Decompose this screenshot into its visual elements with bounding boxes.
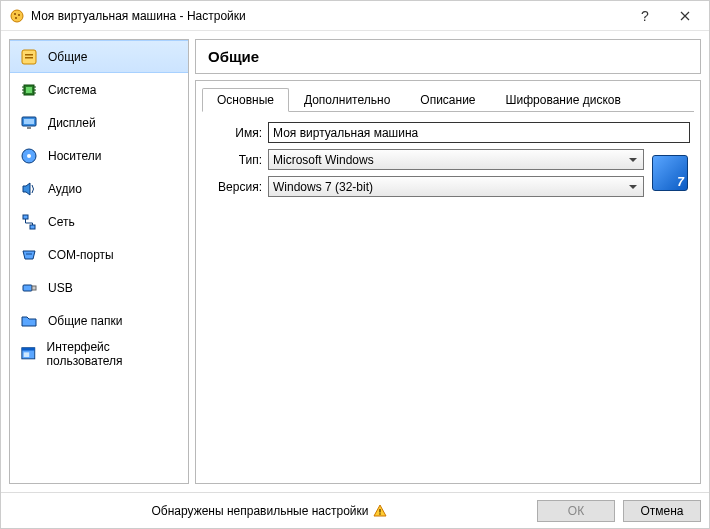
os-icon: 7 [652,155,688,191]
version-label: Версия: [206,180,262,194]
warning-icon [373,504,387,518]
svg-rect-25 [23,285,32,291]
cancel-button[interactable]: Отмена [623,500,701,522]
tab-basic[interactable]: Основные [202,88,289,112]
svg-point-24 [30,253,32,255]
chip-icon [20,81,38,99]
speaker-icon [20,180,38,198]
sidebar-item-system[interactable]: Система [10,73,188,106]
svg-rect-26 [32,286,36,290]
sidebar: Общие Система Дисплей Носители Аудио [9,39,189,484]
window-title: Моя виртуальная машина - Настройки [31,9,625,23]
version-select[interactable]: Windows 7 (32-bit) [268,176,644,197]
svg-rect-16 [24,119,34,124]
settings-body: Основные Дополнительно Описание Шифрован… [195,80,701,484]
sidebar-item-network[interactable]: Сеть [10,205,188,238]
sidebar-item-label: USB [48,281,73,295]
svg-rect-6 [25,57,33,59]
sidebar-item-display[interactable]: Дисплей [10,106,188,139]
svg-point-2 [18,14,20,16]
type-value: Microsoft Windows [273,153,374,167]
folder-icon [20,312,38,330]
main-panel: Общие Основные Дополнительно Описание Ши… [195,39,701,484]
sidebar-item-shared-folders[interactable]: Общие папки [10,304,188,337]
general-icon [20,48,38,66]
sidebar-item-label: Общие [48,50,87,64]
usb-icon [20,279,38,297]
general-form: Имя: Тип: Microsoft Windows 7 Версия: Wi… [202,122,694,197]
status-text: Обнаружены неправильные настройки [151,504,368,518]
titlebar: Моя виртуальная машина - Настройки ? [1,1,709,31]
sidebar-item-label: Дисплей [48,116,96,130]
sidebar-item-audio[interactable]: Аудио [10,172,188,205]
sidebar-item-storage[interactable]: Носители [10,139,188,172]
page-title: Общие [195,39,701,74]
svg-point-3 [15,17,17,19]
sidebar-item-serial[interactable]: COM-порты [10,238,188,271]
sidebar-item-label: COM-порты [48,248,114,262]
svg-rect-31 [379,513,380,514]
sidebar-item-label: Общие папки [48,314,122,328]
tab-encryption[interactable]: Шифрование дисков [491,88,636,112]
tab-description[interactable]: Описание [405,88,490,112]
serial-port-icon [20,246,38,264]
tabs: Основные Дополнительно Описание Шифрован… [202,87,694,112]
name-label: Имя: [206,126,262,140]
os-badge: 7 [677,175,684,189]
close-button[interactable] [665,2,705,30]
tab-advanced[interactable]: Дополнительно [289,88,405,112]
version-value: Windows 7 (32-bit) [273,180,373,194]
sidebar-item-label: Интерфейс пользователя [47,340,178,368]
sidebar-item-label: Носители [48,149,101,163]
name-input[interactable] [268,122,690,143]
footer: Обнаружены неправильные настройки ОК Отм… [1,492,709,528]
sidebar-item-ui[interactable]: Интерфейс пользователя [10,337,188,370]
monitor-icon [20,114,38,132]
svg-point-0 [11,10,23,22]
ui-icon [20,345,37,363]
svg-rect-17 [27,127,31,129]
content-area: Общие Система Дисплей Носители Аудио [1,31,709,492]
sidebar-item-label: Система [48,83,96,97]
sidebar-item-usb[interactable]: USB [10,271,188,304]
svg-point-23 [28,253,30,255]
svg-rect-30 [379,509,380,513]
svg-point-19 [27,154,31,158]
svg-point-22 [26,253,28,255]
disk-icon [20,147,38,165]
sidebar-item-label: Аудио [48,182,82,196]
svg-rect-29 [24,353,30,358]
svg-point-1 [14,13,16,15]
svg-rect-28 [22,348,35,351]
svg-rect-20 [23,215,28,219]
svg-rect-8 [26,87,32,93]
help-button[interactable]: ? [625,2,665,30]
type-select[interactable]: Microsoft Windows [268,149,644,170]
app-icon [9,8,25,24]
svg-rect-5 [25,54,33,56]
sidebar-item-general[interactable]: Общие [10,40,188,73]
ok-button[interactable]: ОК [537,500,615,522]
network-icon [20,213,38,231]
svg-rect-21 [30,225,35,229]
sidebar-item-label: Сеть [48,215,75,229]
type-label: Тип: [206,153,262,167]
